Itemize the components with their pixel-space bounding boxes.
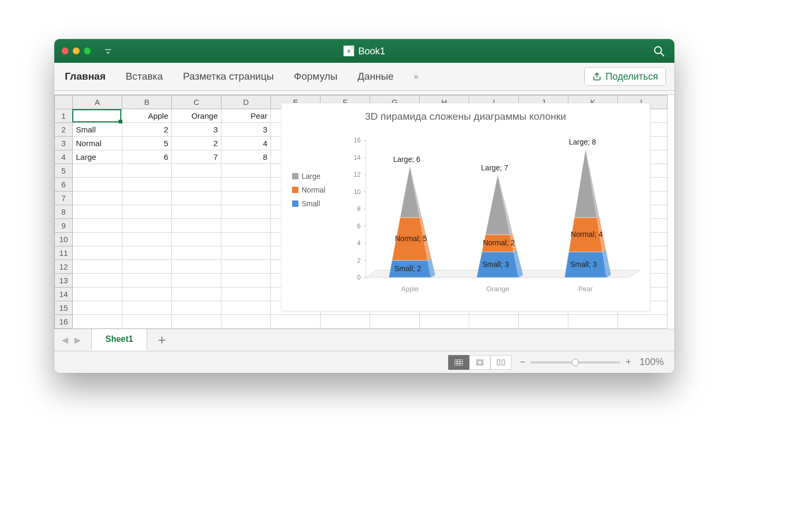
row-header[interactable]: 5 <box>55 164 73 178</box>
worksheet-area[interactable]: ABCDEFGHIJKL1AppleOrangePear2Small2333No… <box>54 95 674 329</box>
cell[interactable] <box>122 192 172 205</box>
row-header[interactable]: 4 <box>55 150 73 164</box>
cell[interactable] <box>420 315 469 329</box>
search-icon[interactable] <box>653 45 665 57</box>
cell[interactable] <box>122 274 172 288</box>
cell[interactable]: 3 <box>172 123 221 137</box>
cell[interactable] <box>321 315 370 329</box>
row-header[interactable]: 10 <box>55 233 73 246</box>
cell[interactable] <box>568 315 618 329</box>
cell[interactable] <box>221 192 271 205</box>
cell[interactable] <box>271 315 321 329</box>
cell[interactable] <box>73 260 122 274</box>
cell[interactable] <box>221 164 271 178</box>
row-header[interactable]: 16 <box>55 315 73 329</box>
row-header[interactable]: 2 <box>55 123 73 137</box>
cell[interactable] <box>73 246 122 260</box>
cell[interactable] <box>172 178 221 192</box>
cell[interactable] <box>122 164 172 178</box>
cell[interactable] <box>73 219 122 233</box>
tabs-overflow-icon[interactable]: » <box>414 72 419 81</box>
cell[interactable] <box>122 205 172 219</box>
tab-insert[interactable]: Вставка <box>125 71 163 82</box>
cell[interactable]: Apple <box>122 109 172 123</box>
tab-home[interactable]: Главная <box>65 71 105 82</box>
sheet-nav-prev-icon[interactable]: ◀ <box>59 335 71 345</box>
zoom-in-button[interactable]: + <box>625 357 631 368</box>
legend-item[interactable]: Normal <box>292 186 325 194</box>
cell[interactable]: Orange <box>172 109 221 123</box>
tab-page-layout[interactable]: Разметка страницы <box>183 71 274 82</box>
cell[interactable] <box>73 233 122 246</box>
cell[interactable] <box>221 205 271 219</box>
cell[interactable]: Small <box>73 123 122 137</box>
row-header[interactable]: 13 <box>55 274 73 288</box>
view-page-layout-icon[interactable] <box>469 355 490 370</box>
sheet-nav-next-icon[interactable]: ▶ <box>71 335 84 345</box>
cell[interactable]: 2 <box>172 137 221 150</box>
col-header[interactable]: B <box>122 95 172 109</box>
add-sheet-button[interactable]: + <box>147 332 176 348</box>
cell[interactable]: 3 <box>221 123 271 137</box>
cell[interactable] <box>172 315 221 329</box>
legend-item[interactable]: Large <box>292 172 325 180</box>
cell[interactable] <box>122 315 172 329</box>
cell[interactable] <box>221 233 271 246</box>
zoom-level[interactable]: 100% <box>640 357 664 368</box>
cell[interactable] <box>221 315 271 329</box>
row-header[interactable]: 15 <box>55 301 73 315</box>
zoom-slider[interactable] <box>530 361 620 363</box>
cell[interactable] <box>370 315 420 329</box>
cell[interactable]: 2 <box>122 123 172 137</box>
cell[interactable] <box>172 288 221 301</box>
cell[interactable] <box>221 246 271 260</box>
tab-data[interactable]: Данные <box>357 71 394 82</box>
row-header[interactable]: 12 <box>55 260 73 274</box>
cell[interactable]: 4 <box>221 137 271 150</box>
row-header[interactable]: 6 <box>55 178 73 192</box>
customize-toolbar-icon[interactable] <box>104 47 112 55</box>
cell[interactable] <box>122 178 172 192</box>
maximize-icon[interactable] <box>84 47 91 54</box>
cell[interactable] <box>172 260 221 274</box>
cell[interactable]: Pear <box>221 109 271 123</box>
cell[interactable]: 7 <box>172 150 221 164</box>
cell[interactable] <box>221 288 271 301</box>
sheet-tab-active[interactable]: Sheet1 <box>91 329 147 351</box>
zoom-slider-thumb[interactable] <box>572 359 579 366</box>
cell[interactable] <box>73 178 122 192</box>
cell[interactable] <box>73 288 122 301</box>
cell[interactable] <box>122 288 172 301</box>
tab-formulas[interactable]: Формулы <box>294 71 337 82</box>
cell[interactable] <box>122 219 172 233</box>
cell[interactable] <box>221 219 271 233</box>
cell[interactable] <box>122 260 172 274</box>
cell[interactable] <box>122 301 172 315</box>
cell[interactable] <box>122 246 172 260</box>
col-header[interactable]: A <box>73 95 122 109</box>
cell[interactable] <box>618 315 668 329</box>
cell[interactable] <box>221 301 271 315</box>
cell[interactable]: 5 <box>122 137 172 150</box>
row-header[interactable]: 11 <box>55 246 73 260</box>
cell[interactable] <box>172 233 221 246</box>
cell[interactable] <box>73 301 122 315</box>
row-header[interactable]: 1 <box>55 109 73 123</box>
legend-item[interactable]: Small <box>292 199 325 208</box>
cell[interactable] <box>73 274 122 288</box>
cell[interactable] <box>221 274 271 288</box>
col-header[interactable]: C <box>172 95 221 109</box>
cell[interactable] <box>172 274 221 288</box>
cell[interactable]: Large <box>73 150 122 164</box>
cell[interactable] <box>172 164 221 178</box>
cell[interactable] <box>172 246 221 260</box>
row-header[interactable]: 8 <box>55 205 73 219</box>
cell[interactable] <box>73 205 122 219</box>
zoom-out-button[interactable]: − <box>520 357 526 368</box>
cell[interactable] <box>221 178 271 192</box>
row-header[interactable]: 9 <box>55 219 73 233</box>
view-normal-icon[interactable] <box>448 355 469 370</box>
cell[interactable] <box>73 109 122 123</box>
cell[interactable] <box>73 315 122 329</box>
cell[interactable] <box>172 219 221 233</box>
